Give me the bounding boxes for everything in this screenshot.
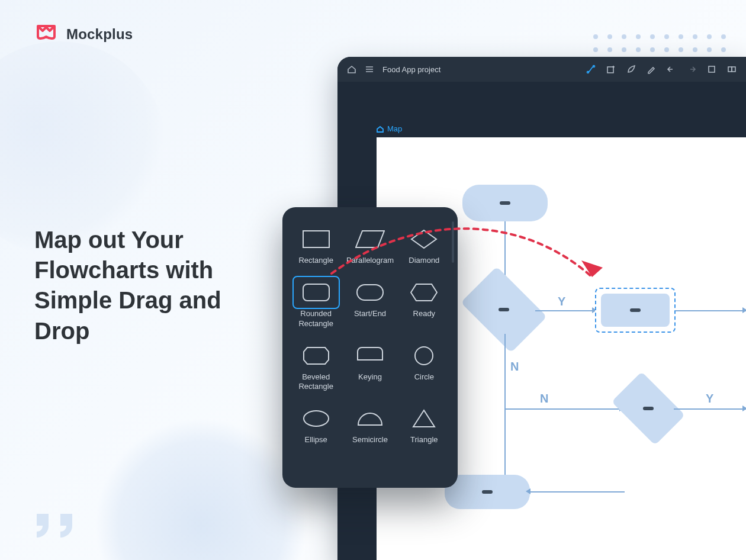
brand-name: Mockplus [66,26,133,43]
shape-parallelogram[interactable]: Parallelogram [345,220,395,270]
connector-icon[interactable] [586,65,596,74]
decorative-dot-grid [593,34,729,56]
breadcrumb-label: Map [387,124,402,133]
svg-rect-10 [303,284,329,301]
undo-icon[interactable] [667,65,676,74]
group-icon[interactable] [727,65,737,74]
flow-connector [504,408,506,479]
edge-label-yes-2: Y [706,392,713,405]
flow-node-decision-1[interactable] [461,266,547,353]
menu-icon[interactable] [365,65,374,74]
shape-beveled-rectangle[interactable]: Beveled Rectangle [291,337,341,397]
add-icon[interactable] [606,65,616,74]
arrowhead-icon [742,405,746,411]
svg-point-15 [304,411,329,426]
svg-rect-2 [607,67,613,73]
edge-label-yes-1: Y [558,295,565,308]
shape-label: Beveled Rectangle [291,372,341,392]
scrollbar[interactable] [452,221,454,263]
flow-connector [504,408,623,410]
leaf-icon[interactable] [626,65,636,74]
shape-label: Semicircle [352,435,388,445]
svg-rect-3 [709,66,715,72]
redo-icon[interactable] [687,65,696,74]
home-icon[interactable] [347,65,356,74]
arrowhead-icon [742,307,746,313]
flow-connector [535,310,594,311]
flow-node-target-selected[interactable] [595,288,676,333]
svg-rect-11 [357,285,383,300]
svg-marker-9 [411,230,436,248]
edge-label-no-2: N [540,392,548,405]
svg-rect-4 [728,67,732,72]
shape-label: Rounded Rectangle [291,309,341,329]
brand-logo: Mockplus [34,21,133,47]
flow-connector [530,491,625,493]
svg-marker-16 [413,410,435,427]
shapes-panel[interactable]: Rectangle Parallelogram Diamond Rounded … [282,207,458,488]
shape-triangle[interactable]: Triangle [399,400,449,449]
svg-marker-8 [356,231,384,247]
shape-label: Circle [414,372,434,382]
svg-rect-5 [732,67,735,72]
shape-label: Ready [413,309,436,318]
decorative-quote-marks [34,511,78,540]
mockplus-mark-icon [34,21,58,47]
edge-label-no-1: N [510,360,519,374]
shape-ellipse[interactable]: Ellipse [291,400,341,449]
shape-semicircle[interactable]: Semicircle [345,400,395,449]
flow-node-end[interactable] [445,475,530,509]
shape-label: Keying [358,372,382,382]
shape-start-end[interactable]: Start/End [345,273,395,333]
pencil-icon[interactable] [647,65,656,74]
shape-diamond[interactable]: Diamond [399,220,449,270]
shape-label: Triangle [410,435,438,445]
shape-rectangle[interactable]: Rectangle [291,220,341,270]
shape-ready[interactable]: Ready [399,273,449,333]
page-headline: Map out Your Flowcharts with Simple Drag… [34,225,283,346]
flow-connector [674,408,746,410]
shape-label: Rectangle [298,256,333,265]
flow-node-start[interactable] [462,185,548,221]
flow-connector [676,310,746,311]
breadcrumb[interactable]: Map [377,124,402,133]
crop-icon[interactable] [707,65,716,74]
shape-label: Ellipse [305,435,327,445]
arrowhead-icon [526,488,530,494]
shape-circle[interactable]: Circle [399,337,449,397]
shape-label: Parallelogram [346,256,394,265]
shape-keying[interactable]: Keying [345,337,395,397]
shape-rounded-rectangle[interactable]: Rounded Rectangle [291,273,341,333]
svg-point-14 [415,347,433,365]
titlebar: Food App project [337,57,746,82]
flow-connector [504,334,506,408]
svg-rect-7 [303,231,329,247]
decorative-blob-1 [0,41,166,255]
shape-label: Diamond [409,256,439,265]
svg-marker-13 [304,347,329,364]
svg-marker-12 [411,284,437,301]
project-name: Food App project [382,65,440,74]
shape-label: Start/End [354,309,386,318]
decorative-blob-2 [95,418,308,560]
